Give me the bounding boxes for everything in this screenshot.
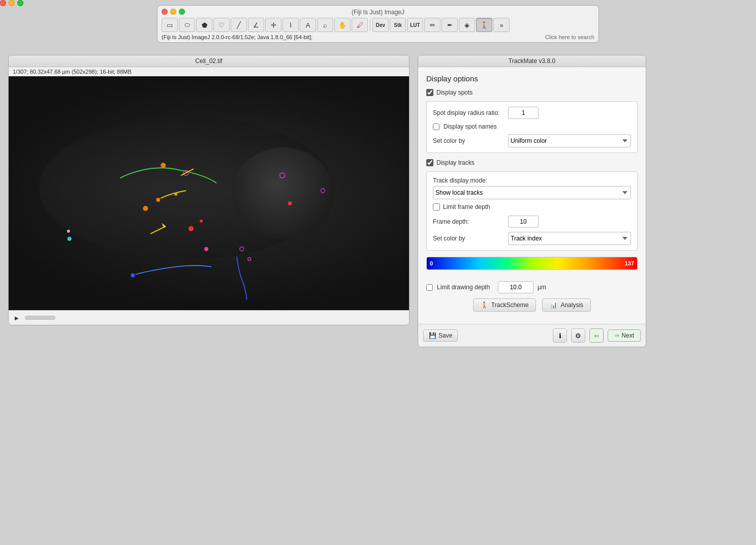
display-spot-names-label: Display spot names [444,123,497,130]
next-arrow-icon: ⇒ [614,332,619,339]
track-color-select[interactable]: Track index [508,232,631,245]
text-tool[interactable]: A [300,18,316,32]
display-spots-checkbox[interactable] [426,89,433,96]
angle-tool[interactable]: ∠ [248,18,264,32]
trackmate-window: TrackMate v3.8.0 Display options Display… [418,55,646,347]
wand-tool[interactable]: ⌇ [282,18,299,32]
oval-tool[interactable]: ⬭ [179,18,195,32]
spot-color-row: Set color by Uniform color [433,134,631,147]
rectangle-tool[interactable]: ▭ [162,18,178,32]
person-tool[interactable]: 🚶 [476,18,492,32]
svg-point-6 [240,247,244,251]
trackscheme-label: TrackScheme [491,301,529,309]
color-bar: 0 137 [427,257,637,269]
cell-window: Cell_02.tif 1/307; 80.32x47.68 µm (502x2… [8,55,410,325]
trackmate-body: Display options Display spots Spot displ… [418,67,646,324]
polygon-tool[interactable]: ⬟ [196,18,212,32]
settings-button[interactable]: ⚙ [571,328,585,343]
spot-color-label: Set color by [433,137,504,144]
imagej-window-controls [162,9,185,15]
track-color-row: Set color by Track index [433,232,631,245]
track-mode-select[interactable]: Show local tracks [433,186,631,199]
forward-btn[interactable]: » [493,18,510,32]
drawing-depth-row: Limit drawing depth µm [426,276,638,298]
close-btn[interactable] [162,9,168,15]
next-button[interactable]: ⇒ Next [608,329,641,342]
track-mode-row: Track display mode: Show local tracks [433,177,631,199]
info-button[interactable]: ℹ [553,328,567,343]
trackscheme-button[interactable]: 🚶 TrackScheme [473,298,537,312]
save-label: Save [438,332,452,339]
svg-point-12 [161,163,166,168]
trackscheme-icon: 🚶 [481,301,488,309]
spot-radius-input[interactable] [508,107,539,119]
drawing-depth-input[interactable] [498,281,533,293]
display-spot-names-checkbox[interactable] [433,124,439,130]
track-color-label: Set color by [433,235,504,242]
imagej-titlebar: (Fiji Is Just) ImageJ [162,9,594,16]
display-tracks-checkbox[interactable] [426,159,433,166]
color-bar-max: 137 [625,260,634,266]
display-options-title: Display options [426,74,638,83]
main-content: Cell_02.tif 1/307; 80.32x47.68 µm (502x2… [0,47,756,355]
info-icon: ℹ [559,332,561,340]
svg-point-11 [143,206,148,211]
lut-btn[interactable]: LUT [407,18,423,32]
analysis-button[interactable]: 📊 Analysis [542,298,591,312]
play-button[interactable]: ▶ [13,314,21,322]
spot-color-select[interactable]: Uniform color [508,134,631,147]
svg-point-0 [156,198,160,202]
imagej-toolbar: (Fiji Is Just) ImageJ ▭ ⬭ ⬟ ♡ ╱ ∠ ✛ ⌇ A … [157,5,599,43]
gear-icon: ⚙ [575,332,581,340]
spot-radius-label: Spot display radius ratio: [433,109,504,116]
svg-point-4 [280,173,285,178]
limit-frame-depth-label: Limit frame depth [443,203,490,210]
back-button[interactable]: ⇐ [589,328,604,343]
line-tool[interactable]: ╱ [231,18,247,32]
next-label: Next [621,332,634,339]
limit-drawing-depth-checkbox[interactable] [426,284,433,291]
svg-point-14 [204,247,208,251]
cell-info: 1/307; 80.32x47.68 µm (502x298); 16-bit;… [9,67,409,76]
pen-tool[interactable]: ✒ [442,18,458,32]
dev-btn[interactable]: Dev [372,18,389,32]
zoom-tool[interactable]: ⌕ [317,18,333,32]
tracks-overlay [9,76,409,310]
svg-point-8 [188,226,194,231]
frame-depth-input[interactable] [508,216,539,228]
cell-title: Cell_02.tif [14,57,404,65]
frame-slider[interactable] [25,316,55,320]
freehand-tool[interactable]: ♡ [213,18,230,32]
color-bar-min: 0 [430,260,433,266]
save-button[interactable]: 💾 Save [423,329,458,342]
svg-point-1 [174,193,177,196]
status-text: (Fiji Is Just) ImageJ 2.0.0-rc-68/1.52e;… [162,34,545,40]
analysis-icon: 📊 [550,301,557,309]
pencil-tool[interactable]: ✏ [424,18,440,32]
svg-point-2 [131,274,135,278]
display-tracks-row: Display tracks [426,159,638,166]
limit-frame-depth-checkbox[interactable] [433,203,440,210]
dropper-tool[interactable]: 🖊 [352,18,368,32]
svg-line-18 [181,169,194,175]
drawing-depth-unit: µm [538,284,546,291]
svg-point-9 [200,220,203,223]
display-spots-label: Display spots [436,89,472,96]
frame-depth-label: Frame depth: [433,218,504,225]
svg-point-5 [321,189,325,193]
display-spots-row: Display spots [426,89,638,96]
display-spot-names-row: Display spot names [433,123,631,130]
search-hint[interactable]: Click here to search [545,34,594,40]
point-tool[interactable]: ✛ [265,18,281,32]
hand-tool[interactable]: ✋ [334,18,351,32]
tracks-options-panel: Track display mode: Show local tracks Li… [426,171,638,251]
svg-point-13 [68,237,72,241]
maximize-btn[interactable] [179,9,185,15]
minimize-btn[interactable] [170,9,176,15]
cell-image[interactable] [9,76,409,310]
paint-tool[interactable]: ◈ [459,18,475,32]
stk-btn[interactable]: Stk [390,18,406,32]
toolbar-buttons: ▭ ⬭ ⬟ ♡ ╱ ∠ ✛ ⌇ A ⌕ ✋ 🖊 Dev Stk LUT ✏ ✒ … [162,18,594,32]
imagej-title: (Fiji Is Just) ImageJ [352,9,404,16]
trackmate-titlebar: TrackMate v3.8.0 [418,55,646,67]
